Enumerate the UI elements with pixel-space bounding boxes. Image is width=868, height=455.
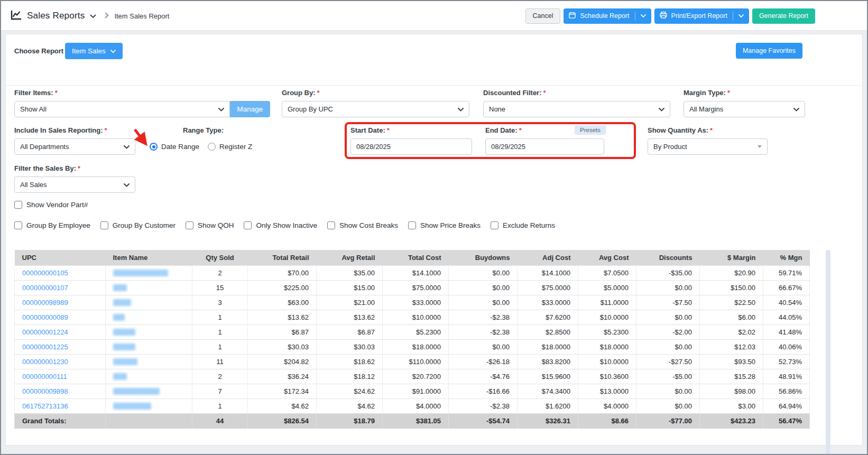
cell-total-cost: $10.0000: [383, 310, 449, 324]
upc-link[interactable]: 000000000089: [22, 313, 68, 321]
column-header-margin[interactable]: $ Margin: [700, 250, 763, 265]
filter-items-select[interactable]: Show All: [14, 101, 230, 117]
checkbox-show-price-breaks[interactable]: Show Price Breaks: [408, 221, 481, 229]
checkbox-group-by-customer[interactable]: Group By Customer: [100, 221, 176, 229]
upc-link[interactable]: 000000001230: [22, 358, 68, 366]
column-header-upc[interactable]: UPC: [15, 250, 106, 265]
presets-button[interactable]: Presets: [575, 125, 606, 135]
date-range-radio[interactable]: Date Range: [150, 143, 199, 151]
upc-link[interactable]: 000000001225: [22, 343, 68, 351]
table-row: 00000000123011$204.82$18.62$110.0000-$26…: [15, 354, 810, 369]
cell-mgn: 59.71%: [763, 265, 810, 280]
column-header-discounts[interactable]: Discounts: [636, 250, 700, 265]
discounted-filter-label: Discounted Filter:*: [483, 89, 546, 97]
report-type-label: Item Sales: [72, 47, 106, 55]
checkbox-icon: [100, 221, 108, 229]
cell-total-cost: $75.0000: [383, 280, 449, 295]
cell-avg-cost: $10.3600: [578, 369, 636, 384]
group-by-select[interactable]: Group By UPC: [282, 101, 469, 117]
column-header-total-cost[interactable]: Total Cost: [383, 250, 449, 265]
button-divider: [635, 12, 635, 21]
schedule-report-button[interactable]: Schedule Report: [564, 8, 651, 24]
column-header-item-name[interactable]: Item Name: [106, 250, 192, 265]
manage-favorites-button[interactable]: Manage Favorites: [736, 43, 802, 59]
cell-total-cost: $33.0000: [383, 295, 449, 310]
checkbox-icon: [14, 201, 22, 209]
cell-margin: $12.03: [700, 339, 763, 354]
upc-link[interactable]: 000000001224: [22, 328, 68, 336]
cell-discounts: $0.00: [636, 398, 700, 413]
report-card: Choose Report Item Sales Manage Favorite…: [5, 34, 863, 445]
column-header-total-retail[interactable]: Total Retail: [248, 250, 317, 265]
item-name-redacted: [113, 343, 135, 350]
report-type-dropdown[interactable]: Item Sales: [65, 43, 123, 59]
discounted-filter-select[interactable]: None: [483, 101, 670, 117]
cell-qty-sold: 7: [192, 384, 248, 398]
upc-link[interactable]: 000000000111: [22, 373, 67, 380]
upc-link[interactable]: 000000000107: [22, 284, 68, 292]
chevron-down-icon: [659, 105, 664, 113]
filter-sales-by-select[interactable]: All Sales: [14, 177, 135, 193]
item-name-redacted: [113, 403, 151, 410]
generate-report-button[interactable]: Generate Report: [752, 8, 815, 24]
manage-items-button[interactable]: Manage: [230, 101, 270, 117]
cell-total-retail: $225.00: [248, 280, 317, 295]
margin-type-select[interactable]: All Margins: [684, 101, 805, 117]
checkbox-label: Group By Employee: [26, 221, 90, 229]
cell-buydowns: -$2.38: [449, 324, 518, 339]
column-header-adj-cost[interactable]: Adj Cost: [518, 250, 578, 265]
checkbox-show-qoh[interactable]: Show QOH: [186, 221, 234, 229]
cell-total-retail: $63.00: [248, 295, 317, 310]
cell-margin: $98.00: [700, 384, 763, 398]
cell-discounts: -$2.00: [636, 324, 700, 339]
show-quantity-as-select[interactable]: By Product: [648, 138, 768, 155]
checkbox-only-show-inactive[interactable]: Only Show Inactive: [244, 221, 317, 229]
column-header-mgn[interactable]: % Mgn: [763, 250, 810, 265]
cell-buydowns: $0.00: [449, 265, 518, 280]
upc-link[interactable]: 000000000105: [22, 269, 68, 277]
top-bar: Sales Reports Item Sales Report Cancel S…: [1, 1, 867, 31]
chevron-down-icon: [110, 47, 116, 55]
include-in-sales-reporting-select[interactable]: All Departments: [14, 138, 135, 155]
show-vendor-part-checkbox[interactable]: Show Vendor Part#: [14, 201, 88, 209]
chevron-down-icon[interactable]: [738, 12, 744, 20]
checkbox-icon: [491, 221, 498, 229]
checkbox-exclude-returns[interactable]: Exclude Returns: [491, 221, 555, 229]
radio-unselected-icon: [208, 143, 216, 151]
cancel-button[interactable]: Cancel: [525, 8, 561, 24]
checkbox-label: Show Cost Breaks: [339, 221, 398, 229]
cell-qty-sold: 1: [192, 339, 248, 354]
item-name-redacted: [113, 314, 125, 321]
start-date-input[interactable]: 08/28/2025: [350, 138, 472, 155]
dropdown-triangle-icon: [758, 145, 762, 148]
cell-avg-retail: $18.12: [317, 369, 383, 384]
column-header-buydowns[interactable]: Buydowns: [449, 250, 518, 265]
column-header-avg-cost[interactable]: Avg Cost: [578, 250, 636, 265]
upc-link[interactable]: 061752713136: [22, 402, 68, 410]
chevron-down-icon[interactable]: [90, 11, 96, 21]
upc-link[interactable]: 000000098989: [22, 299, 68, 307]
chevron-down-icon[interactable]: [641, 12, 646, 20]
cell-avg-cost: $4.0000: [578, 398, 636, 413]
cell-total-retail: $204.82: [248, 354, 317, 369]
register-z-radio[interactable]: Register Z: [208, 143, 252, 151]
checkbox-group-by-employee[interactable]: Group By Employee: [14, 221, 90, 229]
item-sales-table-wrap: UPCItem NameQty SoldTotal RetailAvg Reta…: [14, 250, 809, 429]
cell-margin: $6.00: [700, 310, 763, 324]
cell-adj-cost: $83.8200: [518, 354, 578, 369]
cell-avg-retail: $4.62: [317, 398, 383, 413]
cell-margin: $20.90: [700, 265, 763, 280]
upc-link[interactable]: 000000009898: [22, 387, 68, 395]
checkbox-show-cost-breaks[interactable]: Show Cost Breaks: [327, 221, 398, 229]
cell-avg-cost: $7.0500: [578, 265, 636, 280]
page-title: Sales Reports: [27, 11, 85, 21]
column-header-avg-retail[interactable]: Avg Retail: [317, 250, 383, 265]
grand-total-margin: $423.23: [700, 413, 763, 429]
grand-total-avg-retail: $18.79: [317, 413, 383, 429]
cell-adj-cost: $33.0000: [518, 295, 578, 310]
print-export-report-button[interactable]: Print/Export Report: [654, 8, 749, 24]
cell-buydowns: -$2.38: [449, 310, 518, 324]
vertical-scrollbar[interactable]: [826, 250, 830, 455]
end-date-input[interactable]: 08/29/2025: [485, 138, 604, 155]
column-header-qty-sold[interactable]: Qty Sold: [192, 250, 248, 265]
